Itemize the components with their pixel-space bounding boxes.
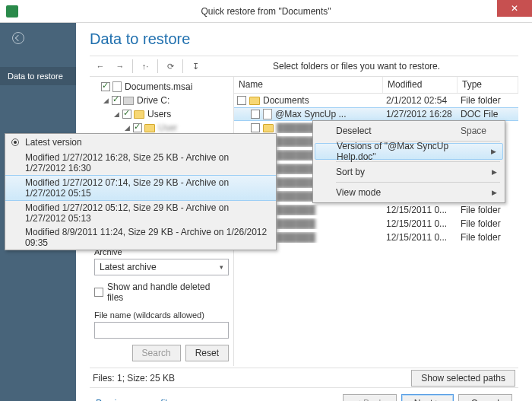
chevron-right-icon: ▶ bbox=[492, 168, 497, 176]
row-name: ██████ bbox=[277, 136, 315, 147]
row-name: ██████ bbox=[277, 191, 315, 202]
col-name[interactable]: Name bbox=[234, 77, 383, 93]
versions-submenu[interactable]: Latest version Modified 1/27/2012 16:28,… bbox=[5, 133, 277, 250]
preview-link[interactable]: Preview source files bbox=[96, 398, 177, 402]
context-menu[interactable]: DeselectSpace Versions of "@Max SyncUp H… bbox=[312, 120, 505, 203]
archive-icon bbox=[112, 81, 122, 92]
row-modified: 1/27/2012 16:28 bbox=[383, 109, 458, 119]
cancel-button[interactable]: Cancel bbox=[458, 394, 512, 402]
instruction-text: Select folders or files you want to rest… bbox=[273, 61, 440, 72]
nav-back-button[interactable]: ← bbox=[91, 58, 109, 75]
tree-root[interactable]: Documents.msai bbox=[125, 81, 192, 92]
tree-filter-button[interactable]: ↧ bbox=[186, 58, 204, 75]
row-name: ██████ bbox=[277, 232, 315, 243]
list-row[interactable]: ██████12/15/2011 0...File folder bbox=[234, 217, 518, 231]
folder-icon bbox=[263, 124, 274, 132]
ctx-sort-by[interactable]: Sort by▶ bbox=[315, 164, 503, 180]
list-row[interactable]: ██████12/15/2011 0...File folder bbox=[234, 231, 518, 244]
folder-icon bbox=[249, 97, 260, 105]
titlebar: Quick restore from "Documents" ✕ bbox=[0, 0, 532, 23]
refresh-button[interactable]: ⟳ bbox=[161, 58, 179, 75]
row-modified: 2/1/2012 02:54 bbox=[383, 95, 458, 106]
version-item[interactable]: Modified 1/27/2012 07:14, Size 29 KB - A… bbox=[5, 175, 276, 201]
row-name: ██████ bbox=[277, 150, 315, 161]
row-type: DOC File bbox=[458, 109, 518, 119]
col-type[interactable]: Type bbox=[458, 77, 518, 93]
folder-icon bbox=[134, 110, 144, 119]
filter-label: File name (wildcards allowed) bbox=[94, 310, 229, 320]
row-type: File folder bbox=[458, 95, 518, 106]
chevron-right-icon: ▶ bbox=[492, 189, 497, 196]
row-name: @Max SyncUp ... bbox=[275, 109, 347, 119]
version-item[interactable]: Modified 1/27/2012 16:28, Size 25 KB - A… bbox=[5, 151, 276, 175]
close-button[interactable]: ✕ bbox=[497, 0, 532, 17]
row-name: ██████ bbox=[277, 123, 315, 133]
row-name: ██████ bbox=[277, 205, 315, 215]
filter-input[interactable] bbox=[94, 322, 229, 339]
nav-forward-button[interactable]: → bbox=[111, 58, 129, 75]
version-item[interactable]: Modified 8/9/2011 11:24, Size 29 KB - Ar… bbox=[5, 225, 276, 250]
row-type: File folder bbox=[458, 218, 518, 229]
next-button[interactable]: Next > bbox=[401, 394, 454, 402]
chevron-right-icon: ▶ bbox=[491, 148, 496, 155]
ctx-versions[interactable]: Versions of "@Max SyncUp Help.doc"▶ bbox=[315, 143, 503, 160]
status-text: Files: 1; Size: 25 KB bbox=[93, 373, 175, 383]
row-name: ██████ bbox=[277, 164, 315, 174]
row-modified: 12/15/2011 0... bbox=[383, 232, 458, 243]
ctx-view-mode[interactable]: View mode▶ bbox=[315, 184, 503, 201]
row-modified: 12/15/2011 0... bbox=[383, 205, 458, 215]
tree-user[interactable]: User bbox=[158, 123, 177, 133]
list-row[interactable]: ██████12/15/2011 0...File folder bbox=[234, 203, 518, 217]
show-deleted-checkbox[interactable]: Show and handle deleted files bbox=[94, 282, 229, 303]
file-icon bbox=[263, 109, 272, 119]
row-checkbox[interactable] bbox=[251, 110, 260, 119]
row-name: ██████ bbox=[277, 218, 315, 229]
list-row[interactable]: Documents2/1/2012 02:54File folder bbox=[234, 94, 518, 107]
radio-selected-icon bbox=[11, 138, 19, 146]
list-header[interactable]: Name Modified Type bbox=[234, 77, 518, 94]
page-title: Data to restore bbox=[90, 30, 518, 48]
nav-up-button[interactable]: ↑· bbox=[136, 58, 154, 75]
show-selected-paths-button[interactable]: Show selected paths bbox=[411, 370, 515, 387]
window-title: Quick restore from "Documents" bbox=[0, 6, 532, 17]
folder-icon bbox=[144, 124, 155, 132]
row-checkbox[interactable] bbox=[237, 96, 246, 105]
menu-separator bbox=[336, 182, 500, 183]
tree-users[interactable]: Users bbox=[147, 109, 171, 119]
row-name: Documents bbox=[263, 95, 309, 106]
search-button[interactable]: Search bbox=[132, 345, 181, 361]
versions-header[interactable]: Latest version bbox=[25, 137, 82, 148]
toolbar: ← → ↑· ⟳ ↧ Select folders or files you w… bbox=[90, 56, 518, 77]
row-name: ██████ bbox=[277, 177, 315, 188]
col-modified[interactable]: Modified bbox=[383, 77, 458, 93]
chevron-down-icon: ▾ bbox=[220, 263, 223, 271]
row-checkbox[interactable] bbox=[251, 123, 260, 132]
sidebar-step[interactable]: Data to restore bbox=[0, 67, 76, 85]
reset-button[interactable]: Reset bbox=[185, 345, 229, 361]
list-row[interactable]: @Max SyncUp ...1/27/2012 16:28DOC File bbox=[234, 107, 518, 121]
back-button[interactable]: < Back bbox=[343, 394, 397, 402]
tree-drive[interactable]: Drive C: bbox=[137, 95, 169, 106]
archive-combo[interactable]: Latest archive▾ bbox=[94, 259, 229, 275]
back-icon[interactable] bbox=[12, 32, 24, 44]
version-item[interactable]: Modified 1/27/2012 05:12, Size 29 KB - A… bbox=[5, 201, 276, 225]
row-modified: 12/15/2011 0... bbox=[383, 218, 458, 229]
disk-icon bbox=[123, 97, 134, 105]
row-type: File folder bbox=[458, 232, 518, 243]
row-type: File folder bbox=[458, 205, 518, 215]
ctx-deselect[interactable]: DeselectSpace bbox=[315, 123, 503, 139]
